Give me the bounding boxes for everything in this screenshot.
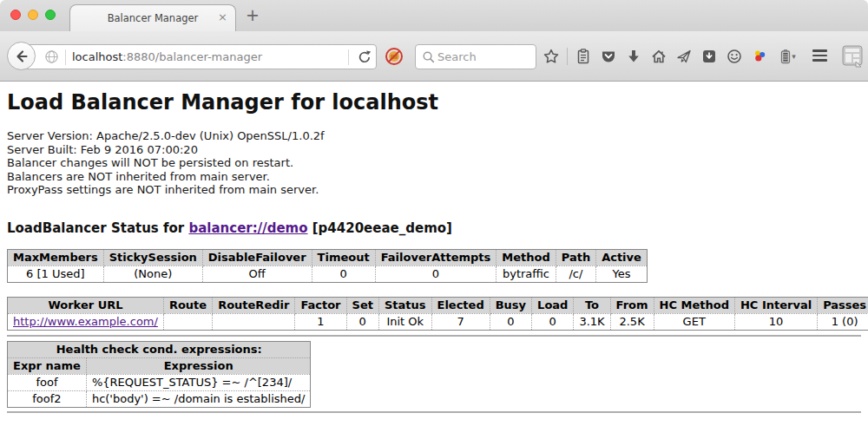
table-title-row: Health check cond. expressions: <box>8 341 311 357</box>
proxypass-note-line: ProxyPass settings are NOT inherited fro… <box>7 183 861 197</box>
reload-icon <box>357 49 372 65</box>
urlbar-separator <box>65 49 66 65</box>
bookmark-star-button[interactable] <box>542 47 561 66</box>
tab-groups-button[interactable] <box>842 45 863 71</box>
toolbar-separator <box>567 48 568 65</box>
worker-table: Worker URL Route RouteRedir Factor Set S… <box>7 297 868 331</box>
menu-button[interactable] <box>812 49 827 62</box>
window-controls <box>10 10 56 20</box>
table-row: foof2 hc('body') =~ /domain is establish… <box>8 390 311 407</box>
toolbar-icons: ▾ <box>542 43 798 70</box>
boxed-down-arrow-icon <box>700 48 718 65</box>
status-heading: LoadBalancer Status for balancer://demo … <box>7 220 861 236</box>
send-tab-button[interactable] <box>674 47 694 66</box>
back-button[interactable] <box>7 42 36 70</box>
url-text[interactable]: localhost:8880/balancer-manager <box>72 50 262 63</box>
url-bar[interactable]: localhost:8880/balancer-manager <box>21 44 377 69</box>
page-content: Load Balancer Manager for localhost Serv… <box>0 82 868 426</box>
balancer-settings-table: MaxMembers StickySession DisableFailover… <box>7 249 648 283</box>
server-version-line: Server Version: Apache/2.5.0-dev (Unix) … <box>7 129 861 143</box>
tab-balancer-manager[interactable]: Balancer Manager × <box>69 4 236 31</box>
home-button[interactable] <box>649 47 668 66</box>
navigation-toolbar: localhost:8880/balancer-manager <box>0 31 868 82</box>
search-input[interactable] <box>436 49 523 64</box>
video-download-button[interactable] <box>700 47 719 66</box>
bottom-divider <box>7 411 861 413</box>
pocket-button[interactable] <box>599 47 618 66</box>
persist-note-line: Balancer changes will NOT be persisted o… <box>7 156 861 170</box>
pocket-icon <box>600 48 617 65</box>
url-path: :8880/balancer-manager <box>122 50 262 63</box>
table-header-row: Expr name Expression <box>8 357 311 374</box>
battery-extension-button[interactable]: ▾ <box>775 47 798 66</box>
browser-window: Balancer Manager × + localhost:8880/bala… <box>0 0 868 426</box>
reload-button[interactable] <box>355 48 374 67</box>
extension-colored-dots-button[interactable] <box>750 47 769 66</box>
table-header-row: MaxMembers StickySession DisableFailover… <box>8 249 648 265</box>
globe-icon <box>44 49 59 64</box>
page-title: Load Balancer Manager for localhost <box>7 90 861 115</box>
reading-list-button[interactable] <box>574 47 593 66</box>
download-arrow-icon <box>625 48 642 65</box>
section-divider <box>7 335 861 337</box>
worker-url-link[interactable]: http://www.example.com/ <box>13 315 158 328</box>
balancers-note-line: Balancers are NOT inherited from main se… <box>7 170 861 184</box>
tab-bar: Balancer Manager × + <box>0 0 868 31</box>
urlbar-separator-2 <box>348 49 349 65</box>
star-icon <box>542 48 560 65</box>
search-bar[interactable] <box>415 44 536 69</box>
tab-close-icon[interactable]: × <box>218 11 227 23</box>
search-icon <box>421 49 436 64</box>
feedback-button[interactable] <box>725 47 744 66</box>
balancer-demo-link[interactable]: balancer://demo <box>188 220 307 236</box>
new-tab-button[interactable]: + <box>246 7 260 23</box>
smiley-icon <box>726 48 743 65</box>
paper-plane-icon <box>675 48 693 65</box>
hamburger-icon <box>812 49 827 52</box>
url-host: localhost <box>72 50 122 63</box>
back-arrow-icon <box>13 48 30 65</box>
colored-dots-icon <box>751 48 768 65</box>
minimize-window-button[interactable] <box>28 10 38 20</box>
dropdown-caret-icon[interactable]: ▾ <box>792 52 796 61</box>
table-row: http://www.example.com/ 1 0 Init Ok 7 0 … <box>8 313 868 330</box>
close-window-button[interactable] <box>10 10 21 20</box>
health-check-table: Health check cond. expressions: Expr nam… <box>7 341 311 408</box>
clipboard-icon <box>575 48 592 65</box>
table-header-row: Worker URL Route RouteRedir Factor Set S… <box>8 297 868 313</box>
content-blocked-icon[interactable] <box>385 47 404 69</box>
server-built-line: Server Built: Feb 9 2016 07:00:20 <box>7 143 861 157</box>
tab-title: Balancer Manager <box>108 12 199 24</box>
table-row: foof %{REQUEST_STATUS} =~ /^[234]/ <box>8 374 311 390</box>
zoom-window-button[interactable] <box>45 10 56 20</box>
grid-page-icon <box>842 45 863 68</box>
table-row: 6 [1 Used] (None) Off 0 0 bytraffic /c/ … <box>8 265 648 282</box>
downloads-button[interactable] <box>624 47 643 66</box>
server-info: Server Version: Apache/2.5.0-dev (Unix) … <box>7 129 861 197</box>
home-icon <box>650 48 667 65</box>
